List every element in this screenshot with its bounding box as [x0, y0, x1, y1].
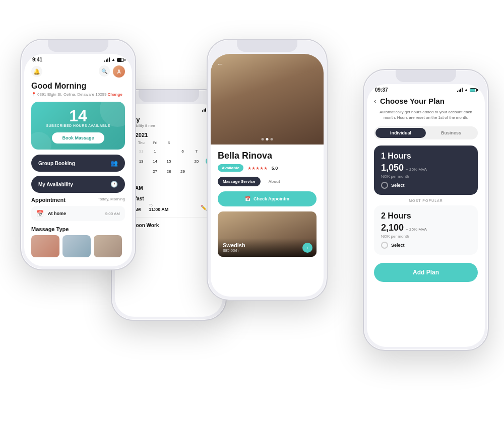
plan-1-select-circle: [381, 182, 388, 189]
cal-cell[interactable]: 20: [192, 157, 201, 166]
plan-1-main-price: 1,050: [381, 163, 404, 173]
hero-image: ←: [211, 54, 324, 145]
appointment-item[interactable]: 📅 At home 9:00 AM: [31, 206, 125, 221]
cal-day-thu: Thu: [135, 141, 148, 145]
pin-icon: 📍: [31, 92, 36, 97]
plan-2-main-price: 2,100: [381, 223, 404, 233]
service-badge: +: [302, 243, 312, 253]
group-booking-label: Group Booking: [38, 161, 75, 166]
appointment-time: Today, Morning: [98, 197, 125, 203]
scene: 9:41 ▲ 🔔 🔍 A: [10, 9, 494, 421]
plan-1-vat: + 25% MVA: [406, 167, 427, 172]
appointment-time-value: 9:00 AM: [105, 211, 120, 216]
hero-bg: [211, 54, 324, 145]
cal-cell[interactable]: 14: [151, 157, 160, 166]
phone-bella-screen: ← Bella Rinova Available ★★★★★ 5.0 Massa…: [211, 54, 324, 297]
service-price: $85.00/h: [223, 248, 311, 253]
hours-label: SUBSCRIBED HOURS AVAILABLE: [38, 124, 118, 127]
cal-cell[interactable]: [137, 167, 146, 176]
top-icons: 🔍 A: [99, 65, 125, 78]
end-time: 11:00 AM: [149, 207, 168, 212]
plan-1-select-label: Select: [391, 183, 405, 188]
service-overlay-text: Swedish $85.00/h: [218, 238, 317, 257]
change-link[interactable]: Change: [107, 92, 122, 97]
wifi-icon-4: ▲: [464, 88, 468, 92]
wifi-icon-1: ▲: [111, 57, 115, 62]
plan-2-hours: 2 Hours: [381, 211, 471, 221]
cal-cell[interactable]: 6: [178, 147, 187, 156]
cal-cell[interactable]: [178, 157, 187, 166]
plan-1-hours: 1 Hours: [381, 152, 471, 161]
cal-cell[interactable]: 1: [151, 147, 160, 156]
phone-home-screen: 9:41 ▲ 🔔 🔍 A: [24, 54, 132, 266]
massage-thumbnails: [31, 235, 125, 257]
phone-bella: ← Bella Rinova Available ★★★★★ 5.0 Massa…: [207, 39, 328, 301]
group-booking-button[interactable]: Group Booking 👥: [31, 155, 125, 172]
add-plan-button[interactable]: Add Plan: [374, 263, 478, 282]
signal-icon-4: [457, 88, 463, 92]
plan-1-period: NOK per month: [381, 174, 471, 179]
status-bar-4: 09:37 ▲: [367, 84, 485, 94]
massage-thumb-2[interactable]: [62, 235, 91, 257]
service-card[interactable]: Swedish $85.00/h +: [218, 211, 317, 257]
plan-2-select-button[interactable]: Select: [381, 242, 471, 249]
search-icon[interactable]: 🔍: [99, 65, 110, 77]
tab-massage[interactable]: Massage Service: [218, 177, 261, 186]
signal-icon-2: [202, 108, 206, 112]
plan-1-select-button[interactable]: Select: [381, 182, 471, 189]
plan-2-select-circle: [381, 242, 388, 249]
clock-icon: 🕐: [110, 181, 118, 188]
plan-1-card: 1 Hours 1,050 + 25% MVA NOK per month Se…: [374, 146, 478, 195]
cal-day-s: S: [162, 141, 175, 145]
address-bar: 📍 6391 Elgin St. Celina, Delaware 10299 …: [31, 92, 125, 97]
cal-cell[interactable]: 13: [137, 157, 146, 166]
calendar-icon-btn: 📅: [245, 196, 250, 201]
plan-1-price: 1,050 + 25% MVA: [381, 163, 471, 173]
cal-cell[interactable]: 15: [164, 157, 173, 166]
check-appointment-button[interactable]: 📅 Check Appointm: [218, 191, 317, 206]
status-bar-1: 9:41 ▲: [24, 54, 132, 63]
provider-badges: Available ★★★★★ 5.0: [218, 164, 317, 172]
plan-back-button[interactable]: ‹: [374, 98, 376, 105]
home-topbar: 🔔 🔍 A: [31, 65, 125, 78]
avatar[interactable]: A: [113, 65, 125, 78]
book-massage-button[interactable]: Book Massage: [52, 132, 104, 144]
signal-icon-1: [104, 57, 110, 62]
cal-cell[interactable]: 29: [178, 167, 187, 176]
bell-icon[interactable]: 🔔: [31, 66, 42, 77]
bella-content: Bella Rinova Available ★★★★★ 5.0 Massage…: [211, 145, 324, 263]
back-button[interactable]: ←: [217, 60, 224, 68]
my-availability-button[interactable]: My Availability 🕐: [31, 176, 125, 193]
cal-cell[interactable]: 31: [137, 147, 146, 156]
plan-title: Choose Your Plan: [380, 97, 445, 105]
hours-number: 14: [38, 108, 118, 124]
group-icon: 👥: [110, 160, 118, 167]
calendar-icon: 📅: [36, 210, 44, 217]
plan-content: ‹ Choose Your Plan Automatically get hou…: [367, 94, 485, 347]
cal-cell[interactable]: 27: [151, 167, 160, 176]
massage-thumb-3[interactable]: [94, 235, 122, 257]
phone-plan-screen: 09:37 ▲ ‹ Choose Your Plan Automatically: [367, 84, 485, 347]
appointment-label: Appointment: [31, 197, 66, 203]
tab-about[interactable]: About: [264, 177, 285, 186]
edit-icon[interactable]: ✏️: [201, 205, 207, 210]
my-availability-label: My Availability: [38, 182, 73, 187]
stars-icon: ★★★★★: [247, 166, 268, 171]
status-icons-4: ▲: [457, 88, 477, 92]
status-time-1: 9:41: [32, 57, 42, 62]
toggle-individual[interactable]: Individual: [375, 128, 426, 138]
cal-cell[interactable]: 7: [192, 147, 201, 156]
address-text: 6391 Elgin St. Celina, Delaware 10299: [37, 92, 106, 97]
plan-2-vat: + 25% MVA: [406, 227, 427, 232]
toggle-business[interactable]: Business: [426, 128, 476, 138]
cal-cell[interactable]: 28: [164, 167, 173, 176]
cal-day-fri: Fri: [149, 141, 162, 145]
provider-name: Bella Rinova: [218, 151, 317, 161]
service-name: Swedish: [223, 242, 311, 248]
most-popular-badge: MOST POPULAR: [374, 199, 478, 202]
phone-plan: 09:37 ▲ ‹ Choose Your Plan Automatically: [363, 69, 489, 351]
cal-cell[interactable]: [192, 167, 201, 176]
massage-thumb-1[interactable]: [31, 235, 59, 257]
to-col-label: To: [149, 203, 168, 207]
cal-cell[interactable]: [164, 147, 173, 156]
